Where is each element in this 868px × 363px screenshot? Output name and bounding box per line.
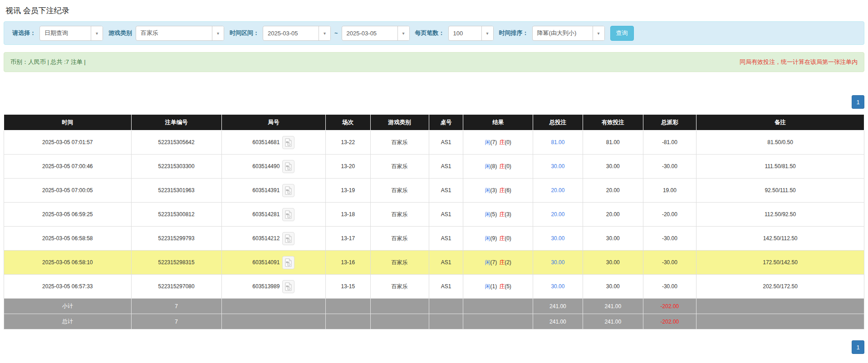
select-mode-dropdown[interactable]: 日期查询 ▾	[39, 26, 103, 41]
result-banker-count: (6)	[505, 187, 511, 194]
video-replay-button[interactable]	[282, 136, 294, 149]
payout-cell: -20.00	[643, 203, 696, 227]
table-no-cell: AS1	[429, 155, 463, 179]
valid-bet-cell: 30.00	[583, 275, 643, 299]
header-session: 场次	[326, 115, 371, 131]
table-no-cell: AS1	[429, 179, 463, 203]
page-size-dropdown[interactable]: 100 ▾	[448, 26, 494, 41]
page-1-button[interactable]: 1	[852, 340, 864, 354]
date-to-value: 2025-03-05	[342, 26, 397, 40]
total-bet-link[interactable]: 20.00	[551, 211, 564, 218]
total-bet-link[interactable]: 30.00	[551, 283, 564, 290]
result-banker-label: 庄	[499, 211, 505, 218]
total-bet-link[interactable]: 30.00	[551, 259, 564, 266]
time-cell: 2025-03-05 06:58:58	[4, 227, 132, 251]
table-row: 2025-03-05 06:58:58 522315299793 6035142…	[4, 227, 864, 251]
header-result: 结果	[463, 115, 533, 131]
video-icon	[285, 210, 292, 219]
valid-bet-cell: 30.00	[583, 227, 643, 251]
round-id-value: 603514212	[252, 235, 280, 242]
bet-id-cell: 522315297080	[131, 275, 221, 299]
result-banker-count: (0)	[505, 139, 511, 145]
search-button[interactable]: 查询	[610, 26, 634, 41]
page-1-button[interactable]: 1	[852, 95, 864, 109]
table-no-cell: AS1	[429, 227, 463, 251]
total-valid-bet: 241.00	[583, 314, 643, 329]
result-player-label: 闲	[485, 235, 490, 242]
video-icon	[285, 282, 292, 291]
video-replay-button[interactable]	[282, 256, 294, 269]
video-replay-button[interactable]	[282, 160, 294, 173]
valid-bet-cell: 30.00	[583, 155, 643, 179]
select-mode-value: 日期查询	[40, 26, 91, 40]
subtotal-label: 小计	[4, 299, 132, 314]
payout-cell: -30.00	[643, 251, 696, 275]
total-payout: -202.00	[643, 314, 696, 329]
total-bet-link[interactable]: 81.00	[551, 139, 564, 145]
game-type-cell: 百家乐	[370, 131, 429, 155]
table-row: 2025-03-05 06:58:10 522315298315 6035140…	[4, 251, 864, 275]
result-cell: 闲(7)庄(0)	[463, 131, 533, 155]
result-player-label: 闲	[485, 139, 490, 145]
time-cell: 2025-03-05 06:59:25	[4, 203, 132, 227]
chevron-down-icon[interactable]: ▾	[91, 26, 103, 40]
result-player-count: (8)	[490, 163, 497, 169]
result-cell: 闲(7)庄(2)	[463, 251, 533, 275]
result-cell: 闲(5)庄(3)	[463, 203, 533, 227]
chevron-down-icon[interactable]: ▾	[319, 26, 330, 40]
date-to-picker[interactable]: 2025-03-05 ▾	[342, 26, 410, 41]
chevron-down-icon[interactable]: ▾	[397, 26, 409, 40]
filter-panel: 请选择： 日期查询 ▾ 游戏类别 百家乐 ▾ 时间区间： 2025-03-05 …	[4, 21, 864, 45]
chevron-down-icon[interactable]: ▾	[481, 26, 493, 40]
payout-cell: 19.00	[643, 179, 696, 203]
header-remark: 备注	[696, 115, 864, 131]
game-type-cell: 百家乐	[370, 251, 429, 275]
subtotal-count: 7	[131, 299, 221, 314]
header-time: 时间	[4, 115, 132, 131]
total-bet-cell: 81.00	[533, 131, 583, 155]
video-replay-button[interactable]	[282, 280, 294, 293]
sort-order-dropdown[interactable]: 降冪(由大到小) ▾	[532, 26, 605, 41]
video-replay-button[interactable]	[282, 208, 294, 221]
remark-cell: 142.50/112.50	[696, 227, 864, 251]
total-bet-link[interactable]: 30.00	[551, 235, 564, 242]
header-game-type: 游戏类别	[370, 115, 429, 131]
result-cell: 闲(9)庄(0)	[463, 227, 533, 251]
subtotal-row: 小计 7 241.00 241.00 -202.00	[4, 299, 864, 314]
date-from-picker[interactable]: 2025-03-05 ▾	[263, 26, 331, 41]
total-bet-link[interactable]: 30.00	[551, 163, 564, 169]
game-type-dropdown[interactable]: 百家乐 ▾	[136, 26, 224, 41]
result-banker-label: 庄	[499, 163, 505, 169]
round-id-cell: 603513989	[221, 275, 325, 299]
total-bet-link[interactable]: 20.00	[551, 187, 564, 194]
header-round-id: 局号	[221, 115, 325, 131]
round-id-value: 603514281	[252, 211, 280, 218]
result-player-label: 闲	[485, 283, 490, 290]
summary-bar: 币别：人民币 | 总共 :7 注单 | 同局有效投注，统一计算在该局第一张注单内	[4, 52, 864, 72]
bet-id-cell: 522315300812	[131, 203, 221, 227]
header-table-no: 桌号	[429, 115, 463, 131]
time-cell: 2025-03-05 06:58:10	[4, 251, 132, 275]
result-cell: 闲(8)庄(0)	[463, 155, 533, 179]
subtotal-payout: -202.00	[643, 299, 696, 314]
chevron-down-icon[interactable]: ▾	[593, 26, 604, 40]
round-id-cell: 603514490	[221, 155, 325, 179]
total-bet-cell: 20.00	[533, 203, 583, 227]
table-body: 2025-03-05 07:01:57 522315305642 6035146…	[4, 131, 864, 299]
video-replay-button[interactable]	[282, 232, 294, 245]
chevron-down-icon[interactable]: ▾	[212, 26, 224, 40]
time-cell: 2025-03-05 07:00:46	[4, 155, 132, 179]
result-cell: 闲(1)庄(5)	[463, 275, 533, 299]
session-cell: 13-16	[326, 251, 371, 275]
video-icon	[285, 258, 292, 267]
round-id-cell: 603514281	[221, 203, 325, 227]
game-type-label: 游戏类别	[108, 29, 132, 37]
remark-cell: 81.50/0.50	[696, 131, 864, 155]
pagination-bottom: 1	[4, 340, 864, 354]
video-replay-button[interactable]	[282, 184, 294, 197]
table-no-cell: AS1	[429, 131, 463, 155]
total-bet-cell: 30.00	[533, 275, 583, 299]
result-player-count: (7)	[490, 259, 497, 266]
bet-id-cell: 522315298315	[131, 251, 221, 275]
remark-cell: 202.50/172.50	[696, 275, 864, 299]
